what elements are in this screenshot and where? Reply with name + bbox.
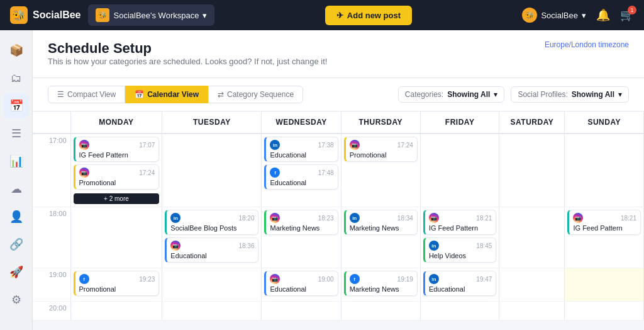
event-educational-3[interactable]: 📷 18:36 Educational [165,237,258,263]
event-title: Educational [270,179,333,186]
categories-chevron-icon: ▾ [494,90,497,99]
event-ig-feed-friday[interactable]: 📷 18:21 IG Feed Pattern [423,210,496,235]
instagram-icon: 📷 [79,168,89,178]
cell-sunday-20 [565,302,644,321]
event-ig-feed-pattern-1[interactable]: 📷 17:07 IG Feed Pattern [74,137,160,162]
folder-icon: 🗂 [11,72,22,85]
time-row-18: 18:00 in 18:20 [33,207,644,268]
cart-button[interactable]: 🛒 1 [620,8,634,22]
event-educational-1[interactable]: in 17:38 Educational [264,137,338,162]
event-educational-fri-19[interactable]: in 19:47 Educational [423,271,496,296]
time-label-17: 17:00 [33,134,70,207]
social-profiles-filter-value: Showing All [572,90,614,99]
event-top: in 18:20 [170,213,254,223]
event-help-videos[interactable]: in 18:45 Help Videos [423,237,496,263]
day-header-saturday: SATURDAY [499,111,565,134]
event-marketing-news-thu-19[interactable]: f 19:19 Marketing News [344,271,418,296]
event-top: f 17:48 [270,168,333,178]
workspace-button[interactable]: 🐝 SocialBee's Workspace ▾ [88,4,214,26]
timezone-link[interactable]: Europe/London timezone [545,40,629,49]
notifications-button[interactable]: 🔔 [596,8,610,22]
main-content: Schedule Setup This is how your categori… [33,30,644,330]
event-icons: in [429,241,439,251]
event-title: Educational [270,285,333,293]
linkedin-icon: in [270,140,280,150]
day-header-sunday: SUNDAY [565,111,644,134]
sidebar-item-archive[interactable]: 📦 [4,38,29,63]
cell-saturday-20 [499,302,565,321]
event-title: Help Videos [429,252,492,259]
cell-monday-17: 📷 17:07 IG Feed Pattern 📷 [70,134,162,207]
logo-icon: 🐝 [10,6,28,24]
categories-filter[interactable]: Categories: Showing All ▾ [398,86,505,103]
social-profiles-filter-label: Social Profiles: [518,90,567,99]
event-time: 19:19 [397,276,413,283]
event-top: 📷 17:07 [79,140,155,150]
event-promotional-mon-19[interactable]: f 19:23 Promotional [74,271,160,296]
page-header-top: Schedule Setup This is how your categori… [48,40,629,75]
event-title: Educational [170,252,254,259]
page-title: Schedule Setup [48,40,327,57]
event-time: 17:24 [139,169,155,176]
sidebar-item-user[interactable]: 👤 [4,204,29,229]
compact-view-button[interactable]: ☰ Compact View [48,86,125,103]
sidebar-item-folder[interactable]: 🗂 [4,65,29,91]
event-educational-wed-19[interactable]: 📷 19:00 Educational [264,271,338,296]
cell-friday-18: 📷 18:21 IG Feed Pattern in [420,207,499,268]
event-icons: f [350,274,360,284]
view-buttons: ☰ Compact View 📅 Calendar View ⇄ Categor… [48,86,303,103]
cell-tuesday-19 [162,268,262,302]
cell-monday-19: f 19:23 Promotional [70,268,162,302]
event-icons: 📷 [573,213,583,223]
sidebar-item-chart[interactable]: 📊 [4,149,29,174]
user-menu-button[interactable]: 🐝 SocialBee ▾ [522,8,586,23]
event-ig-feed-sunday[interactable]: 📷 18:21 IG Feed Pattern [567,210,641,235]
event-icons: 📷 [350,140,360,150]
toolbar: ☰ Compact View 📅 Calendar View ⇄ Categor… [33,78,644,111]
event-icons: 📷 [270,213,280,223]
event-top: f 19:19 [350,274,413,284]
time-label-20: 20:00 [33,302,70,321]
sequence-view-button[interactable]: ⇄ Category Sequence [208,86,303,103]
calendar-view-button[interactable]: 📅 Calendar View [125,86,208,103]
event-socialbee-blog[interactable]: in 18:20 SocialBee Blog Posts [165,210,258,235]
sidebar: 📦 🗂 📅 ☰ 📊 ☁ 👤 🔗 🚀 ⚙ [0,30,33,330]
event-icons: f [79,274,89,284]
compact-icon: ☰ [57,90,64,99]
archive-icon: 📦 [9,43,23,57]
event-top: 📷 18:21 [573,213,636,223]
event-time: 18:36 [238,242,254,249]
user-icon: 👤 [9,210,23,224]
event-top: in 17:38 [270,140,333,150]
list-icon: ☰ [11,127,21,140]
event-educational-2[interactable]: f 17:48 Educational [264,164,338,190]
sidebar-item-cloud[interactable]: ☁ [4,176,29,202]
cell-wednesday-20 [262,302,341,321]
event-marketing-news-1[interactable]: 📷 18:23 Marketing News [264,210,338,235]
filter-area: Categories: Showing All ▾ Social Profile… [398,86,629,103]
sidebar-item-calendar[interactable]: 📅 [4,93,29,118]
social-profiles-filter[interactable]: Social Profiles: Showing All ▾ [511,86,629,103]
event-marketing-news-2[interactable]: in 18:34 Marketing News [344,210,418,235]
gear-icon: ⚙ [11,293,21,307]
event-promotional-1[interactable]: 📷 17:24 Promotional [74,164,160,190]
event-title: IG Feed Pattern [79,151,155,159]
cell-saturday-19 [499,268,565,302]
more-events-button[interactable]: + 2 more [74,193,160,204]
user-avatar-icon: 🐝 [522,8,537,23]
event-promotional-2[interactable]: 📷 17:24 Promotional [344,137,418,162]
cell-friday-20 [420,302,499,321]
event-top: in 18:45 [429,241,492,251]
calendar-view-icon: 📅 [135,90,144,99]
event-top: 📷 19:00 [270,274,333,284]
sidebar-item-link[interactable]: 🔗 [4,232,29,257]
event-title: Promotional [350,151,413,159]
sidebar-item-list[interactable]: ☰ [4,121,29,146]
linkedin-icon: in [429,274,439,284]
sequence-icon: ⇄ [218,90,224,99]
sidebar-item-rocket[interactable]: 🚀 [4,259,29,285]
sidebar-item-settings[interactable]: ⚙ [4,287,29,312]
event-time: 17:24 [397,142,413,149]
event-icons: in [350,213,360,223]
add-post-button[interactable]: ✈ Add new post [325,6,412,25]
